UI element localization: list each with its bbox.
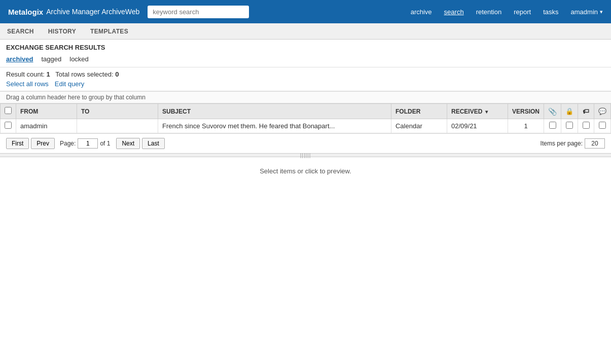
preview-text: Select items or click to preview. [260,167,351,175]
received-sort-icon: ▾ [485,109,488,115]
lock-icon: 🔒 [565,107,573,115]
row-received: 02/09/21 [447,119,508,133]
col-header-from[interactable]: FROM [16,104,77,119]
table-row: amadmin French since Suvorov met them. H… [1,119,611,133]
row-tag-cell[interactable] [578,119,594,133]
total-rows-value: 0 [115,70,119,78]
row-comment-cell[interactable] [594,119,611,133]
col-header-folder[interactable]: FOLDER [391,104,447,119]
row-comment-checkbox[interactable] [599,122,606,129]
subnav-templates[interactable]: TEMPLATES [89,25,129,38]
row-subject: French since Suvorov met them. He feared… [158,119,391,133]
col-header-received[interactable]: RECEIVED ▾ [447,104,508,119]
nav-search[interactable]: search [444,8,464,16]
row-version: 1 [508,119,544,133]
items-per-page-container: Items per page: [541,138,605,149]
row-lock-checkbox[interactable] [566,122,573,129]
row-to [77,119,158,133]
select-all-checkbox[interactable] [5,107,12,114]
main-nav: archive search retention report tasks am… [411,8,603,16]
app-name: Archive Manager ArchiveWeb [46,8,139,16]
next-button[interactable]: Next [116,138,140,149]
prev-button[interactable]: Prev [31,138,55,149]
col-header-version[interactable]: VERSION [508,104,544,119]
select-all-rows[interactable]: Select all rows [6,80,49,88]
first-button[interactable]: First [6,138,29,149]
page-of: of 1 [100,140,110,147]
results-table-container: FROM TO SUBJECT FOLDER RECEIVED ▾ VERSIO… [0,103,611,133]
row-folder: Calendar [391,119,447,133]
subnav-search[interactable]: SEARCH [6,25,35,38]
result-count-label: Result count: [6,70,45,78]
search-input[interactable] [148,6,249,18]
pagination-bar: First Prev Page: of 1 Next Last Items pe… [0,133,611,153]
row-check-cell[interactable] [1,119,16,133]
page-label: Page: [60,140,76,147]
nav-report[interactable]: report [514,8,531,16]
resizer-dots: |||||| [300,153,311,158]
col-header-comment[interactable]: 💬 [594,104,611,119]
filter-tabs: archived tagged locked [0,53,611,67]
filter-archived[interactable]: archived [6,55,33,63]
filter-tagged[interactable]: tagged [41,55,61,63]
results-info: Result count: 1 Total rows selected: 0 [0,67,611,79]
col-header-check[interactable] [1,104,16,119]
tag-icon: 🏷 [583,107,589,115]
filter-locked[interactable]: locked [69,55,89,63]
row-tag-checkbox[interactable] [583,122,590,129]
total-rows-label: Total rows selected: [55,70,113,78]
nav-retention[interactable]: retention [476,8,502,16]
result-count-value: 1 [47,70,50,78]
resizer-bar[interactable]: |||||| [0,153,611,157]
attach-icon: 📎 [548,107,557,116]
subnav: SEARCH HISTORY TEMPLATES [0,23,611,40]
col-header-tag[interactable]: 🏷 [578,104,594,119]
edit-query[interactable]: Edit query [55,80,85,88]
comment-icon: 💬 [598,107,606,115]
nav-archive[interactable]: archive [411,8,432,16]
brand-logo: Metalogix [8,8,43,16]
last-button[interactable]: Last [142,138,165,149]
col-header-subject[interactable]: SUBJECT [158,104,391,119]
col-header-to[interactable]: TO [77,104,158,119]
drag-hint: Drag a column header here to group by th… [0,91,611,103]
page-input[interactable] [78,138,98,149]
results-table: FROM TO SUBJECT FOLDER RECEIVED ▾ VERSIO… [0,103,611,133]
nav-amadmin[interactable]: amadmin [571,8,603,16]
row-from: amadmin [16,119,77,133]
page-title: EXCHANGE SEARCH RESULTS [6,44,105,51]
items-per-page-label: Items per page: [541,140,583,147]
nav-tasks[interactable]: tasks [543,8,558,16]
row-attach-cell[interactable] [544,119,561,133]
search-container [148,6,249,18]
items-per-page-input[interactable] [585,138,605,149]
preview-area: Select items or click to preview. [0,157,611,259]
header: Metalogix Archive Manager ArchiveWeb arc… [0,0,611,23]
results-actions: Select all rows Edit query [0,79,611,91]
row-checkbox[interactable] [5,122,12,129]
page-title-bar: EXCHANGE SEARCH RESULTS [0,40,611,53]
col-header-attach[interactable]: 📎 [544,104,561,119]
row-attach-checkbox[interactable] [549,122,556,129]
col-header-lock[interactable]: 🔒 [561,104,578,119]
row-lock-cell[interactable] [561,119,578,133]
subnav-history[interactable]: HISTORY [47,25,77,38]
